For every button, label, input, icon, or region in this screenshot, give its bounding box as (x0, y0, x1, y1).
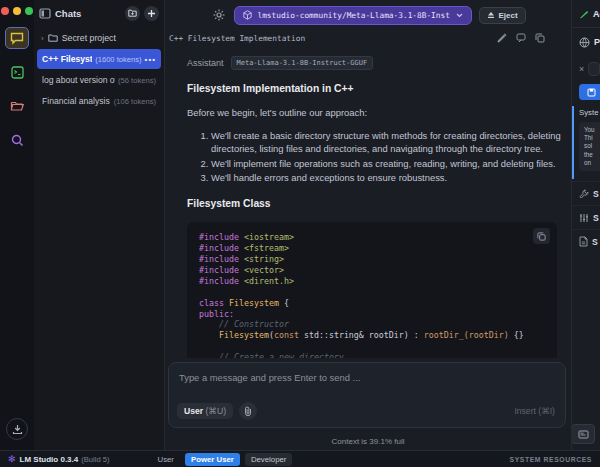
mode-tab-developer[interactable]: Developer (245, 453, 293, 466)
loaded-model-selector[interactable]: lmstudio-community/Meta-Llama-3.1-8B-Ins… (234, 6, 472, 25)
chat-folder-secret-project[interactable]: › Secret project (34, 28, 164, 48)
chat-title: C++ Filesystem Implementation (169, 34, 497, 43)
sliders-icon (579, 213, 589, 223)
message-list-item: We'll handle errors and exceptions to en… (211, 172, 563, 185)
chat-item-menu-icon[interactable]: ••• (145, 55, 156, 64)
model-topbar: lmstudio-community/Meta-Llama-3.1-8B-Ins… (165, 0, 571, 30)
section-label: S (593, 189, 599, 199)
download-icon (12, 424, 23, 435)
chat-item-title: C++ Filesyste... (42, 54, 92, 64)
folder-outline-icon (48, 34, 58, 42)
code-line: public: (199, 309, 545, 320)
advanced-config-label: Ad (593, 9, 600, 19)
chat-item-tokens: (1600 tokens) (95, 55, 141, 64)
nav-my-models-button[interactable] (5, 95, 29, 117)
code-block: #include <iostream>#include <fstream>#in… (187, 222, 557, 358)
nav-discover-button[interactable] (5, 129, 29, 151)
zoom-window-button[interactable] (25, 7, 33, 15)
preset-search-row: × (572, 56, 600, 82)
right-config-panel: Ad P × Syste YouThisoltheon SSS (571, 0, 600, 450)
globe-icon (579, 37, 590, 48)
message-input[interactable] (179, 372, 555, 396)
code-line: #include <vector> (199, 265, 545, 276)
chats-header: Chats (34, 2, 164, 24)
system-prompt-text-line: sol (584, 142, 600, 150)
chat-item-title: Financial analysis (42, 96, 111, 106)
content-row: Chats › Secret p (0, 0, 600, 450)
collapse-sidebar-icon[interactable] (39, 8, 51, 19)
new-chat-button[interactable] (144, 6, 159, 21)
system-prompt-label: Syste (579, 108, 600, 117)
copy-icon (537, 232, 546, 241)
preset-row[interactable]: P (572, 28, 600, 56)
lm-studio-logo-icon: ✻ (8, 454, 16, 464)
user-shortcut: (⌘U) (206, 406, 227, 416)
conversation-scroll-area[interactable]: Assistant Meta-Llama-3.1-8B-Instruct-GGU… (165, 46, 571, 358)
status-bar: ✻ LM Studio 0.3.4 (Build 5) UserPower Us… (0, 450, 600, 467)
section-label: S (593, 213, 599, 223)
message-composer: User (⌘U) Insert (⌘I) (168, 362, 566, 428)
assistant-message-header: Assistant Meta-Llama-3.1-8B-Instruct-GGU… (187, 56, 563, 70)
insert-label: Insert (⌘I) (514, 406, 555, 416)
chats-title: Chats (55, 8, 121, 19)
attach-file-button[interactable] (239, 402, 257, 420)
main-area: lmstudio-community/Meta-Llama-3.1-8B-Ins… (165, 0, 571, 450)
code-line: #include <iostream> (199, 232, 545, 243)
preset-label: P (594, 37, 600, 47)
message-heading-1: Filesystem Implementation in C++ (187, 83, 563, 94)
notes-icon[interactable] (497, 33, 507, 43)
nav-chat-button[interactable] (5, 27, 29, 49)
clear-icon[interactable]: × (579, 64, 584, 74)
code-line: class Filesystem { (199, 298, 545, 309)
chat-list: › Secret project C++ Filesyste...(1600 t… (34, 28, 164, 112)
code-line (199, 341, 545, 352)
toggle-console-button[interactable] (571, 424, 595, 444)
section-label: S (592, 237, 598, 247)
eject-icon (487, 11, 495, 19)
nav-developer-button[interactable] (5, 61, 29, 83)
settings-section-row[interactable]: S (572, 229, 600, 253)
eject-model-button[interactable]: Eject (479, 7, 525, 24)
chat-item-title: log about version of ... (42, 75, 115, 85)
eject-label: Eject (498, 11, 517, 20)
folder-icon (10, 100, 24, 112)
system-prompt-box[interactable]: YouThisoltheon (579, 122, 600, 171)
copy-code-button[interactable] (533, 228, 550, 244)
composer-toolbar: User (⌘U) Insert (⌘I) (177, 402, 555, 420)
chat-title-row: C++ Filesystem Implementation (165, 30, 571, 46)
system-prompt-text-line: Thi (584, 134, 600, 142)
sampling-section-row[interactable]: S (572, 181, 600, 205)
new-folder-button[interactable] (125, 6, 140, 21)
system-prompt-text-line: on (584, 159, 600, 167)
paperclip-icon (243, 406, 253, 417)
save-preset-button[interactable] (579, 84, 600, 100)
mode-tab-user[interactable]: User (152, 453, 180, 466)
chat-folder-label: Secret project (62, 33, 116, 43)
structured-output-section-row[interactable]: S (572, 205, 600, 229)
model-settings-button[interactable] (210, 7, 227, 24)
downloads-button[interactable] (6, 418, 28, 440)
message-ordered-list: We'll create a basic directory structure… (211, 130, 563, 185)
terminal-icon (11, 66, 24, 79)
search-icon (11, 134, 24, 147)
chat-list-item[interactable]: Financial analysis(106 tokens) (37, 91, 161, 111)
advanced-config-tab[interactable]: Ad (572, 0, 600, 28)
role-user-button[interactable]: User (⌘U) (177, 403, 233, 419)
gear-icon (213, 9, 225, 21)
message-list-item: We'll create a basic directory structure… (211, 130, 563, 156)
code-line: #include <string> (199, 254, 545, 265)
code-line: // Constructor (199, 319, 545, 330)
close-window-button[interactable] (1, 7, 9, 15)
code-line: // Create a new directory (199, 352, 545, 358)
chevron-down-icon (456, 13, 463, 18)
system-prompt-section: Syste YouThisoltheon (572, 106, 600, 179)
chat-list-item[interactable]: log about version of ...(56 tokens) (37, 70, 161, 90)
minimize-window-button[interactable] (13, 7, 21, 15)
chat-list-item[interactable]: C++ Filesyste...(1600 tokens)••• (37, 49, 161, 69)
mode-tab-power-user[interactable]: Power User (185, 453, 240, 466)
system-prompt-text-line: You (584, 126, 600, 134)
preset-search-field[interactable] (588, 62, 600, 76)
branch-chat-icon[interactable] (516, 33, 526, 43)
system-resources-label[interactable]: SYSTEM RESOURCES (510, 456, 593, 463)
duplicate-icon[interactable] (535, 33, 545, 43)
